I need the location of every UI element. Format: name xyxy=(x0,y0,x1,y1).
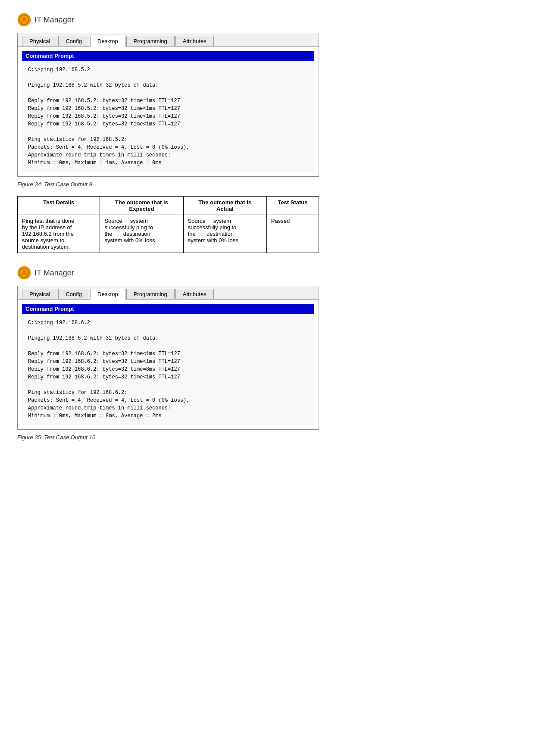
test-table-34: Test Details The outcome that is The out… xyxy=(17,196,319,253)
tab-config-1[interactable]: Config xyxy=(58,36,89,46)
cmd-panel-1: Physical Config Desktop Programming Attr… xyxy=(17,33,319,177)
figure34-caption: Figure 34: Test Case Output 9 xyxy=(17,181,518,187)
cell-details: Ping test that is doneby the IP address … xyxy=(18,215,100,253)
figure34-section: IT Manager Physical Config Desktop Progr… xyxy=(17,13,518,253)
svg-point-5 xyxy=(23,270,25,273)
figure35-section: IT Manager Physical Config Desktop Progr… xyxy=(17,266,518,440)
cmd-window-1: Command Prompt C:\>ping 192.168.5.2Pingi… xyxy=(22,51,314,172)
cell-actual: Source systemsuccessfully ping tothe des… xyxy=(183,215,266,253)
tab-config-2[interactable]: Config xyxy=(58,289,89,299)
cmd-body-2: C:\>ping 192.168.6.2Pinging 192.168.6.2 … xyxy=(22,314,314,425)
tabs-row-2: Physical Config Desktop Programming Attr… xyxy=(18,286,319,299)
svg-point-2 xyxy=(23,17,25,20)
it-manager-title-2: IT Manager xyxy=(34,269,74,278)
cell-expected: Source systemsuccessfully ping tothe des… xyxy=(100,215,183,253)
cmd-window-2: Command Prompt C:\>ping 192.168.6.2Pingi… xyxy=(22,304,314,425)
it-manager-title-1: IT Manager xyxy=(34,16,74,25)
tab-attributes-2[interactable]: Attributes xyxy=(175,289,214,299)
cmd-titlebar-2: Command Prompt xyxy=(22,304,314,314)
it-manager-header-1: IT Manager xyxy=(17,13,518,27)
tab-desktop-1[interactable]: Desktop xyxy=(90,36,125,47)
it-manager-header-2: IT Manager xyxy=(17,266,518,280)
tab-attributes-1[interactable]: Attributes xyxy=(175,36,214,46)
cmd-panel-2: Physical Config Desktop Programming Attr… xyxy=(17,286,319,430)
table-row: Ping test that is doneby the IP address … xyxy=(18,215,319,253)
cmd-body-1: C:\>ping 192.168.5.2Pinging 192.168.5.2 … xyxy=(22,61,314,172)
tab-programming-1[interactable]: Programming xyxy=(126,36,175,46)
cell-status: Passed xyxy=(266,215,319,253)
tab-desktop-2[interactable]: Desktop xyxy=(90,289,125,300)
col-header-expected: The outcome that is The outcome that is … xyxy=(100,197,183,215)
tab-programming-2[interactable]: Programming xyxy=(126,289,175,299)
tab-physical-2[interactable]: Physical xyxy=(22,289,57,299)
figure35-caption: Figure 35: Test Case Output 10 xyxy=(17,434,518,440)
cmd-titlebar-1: Command Prompt xyxy=(22,51,314,61)
it-manager-logo-2 xyxy=(17,266,31,280)
col-header-status: Test Status xyxy=(266,197,319,215)
tab-physical-1[interactable]: Physical xyxy=(22,36,57,46)
col-header-actual: The outcome that is Actual xyxy=(183,197,266,215)
tabs-row-1: Physical Config Desktop Programming Attr… xyxy=(18,33,319,46)
it-manager-logo-1 xyxy=(17,13,31,27)
col-header-details: Test Details xyxy=(18,197,100,215)
